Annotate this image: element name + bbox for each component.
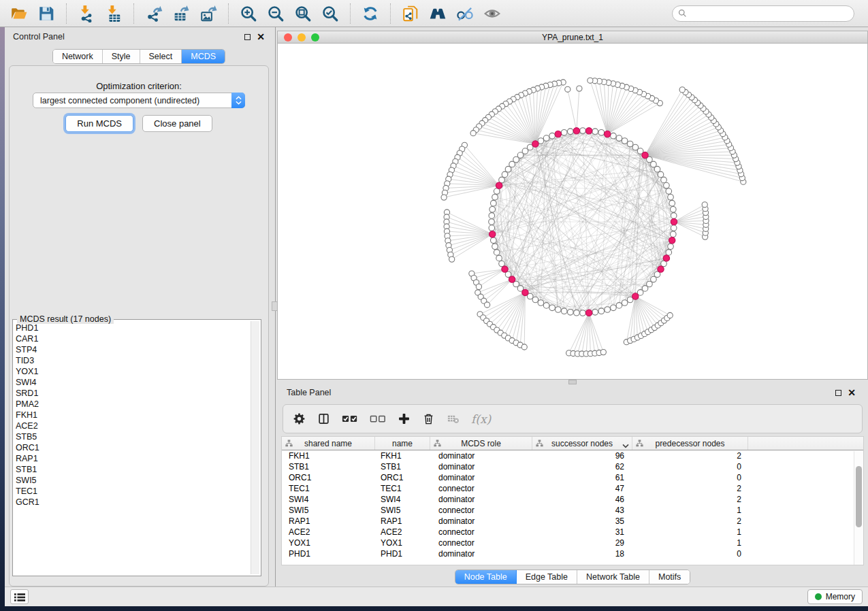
select-all-columns-icon[interactable]	[342, 412, 358, 425]
show-hide-details-icon[interactable]	[482, 3, 502, 24]
ring-node[interactable]	[494, 188, 500, 195]
zoom-fit-content-icon[interactable]	[293, 3, 313, 24]
ring-node[interactable]	[489, 225, 495, 231]
ring-node[interactable]	[505, 166, 511, 172]
ring-node[interactable]	[671, 207, 677, 213]
ring-node[interactable]	[489, 207, 496, 213]
leaf-node[interactable]	[470, 131, 476, 136]
mcds-hub-node[interactable]	[585, 310, 592, 316]
ring-node[interactable]	[568, 129, 574, 135]
ring-node[interactable]	[592, 310, 598, 316]
ring-node[interactable]	[496, 255, 502, 261]
run-mcds-button[interactable]: Run MCDS	[65, 115, 133, 132]
ring-node[interactable]	[502, 171, 508, 178]
tab-network[interactable]: Network	[53, 50, 103, 63]
ring-node[interactable]	[651, 276, 657, 282]
mcds-hub-node[interactable]	[671, 218, 677, 225]
ring-node[interactable]	[671, 225, 677, 231]
network-graph-canvas[interactable]	[278, 44, 867, 379]
import-table-from-file-icon[interactable]	[103, 3, 124, 24]
mcds-list-scrollbar[interactable]	[251, 321, 259, 574]
table-settings-icon[interactable]	[293, 412, 306, 425]
ring-node[interactable]	[632, 144, 639, 150]
mcds-result-item[interactable]: FKH1	[16, 410, 250, 420]
ring-node[interactable]	[522, 148, 528, 154]
mcds-result-item[interactable]: GCR1	[16, 497, 250, 508]
column-header-name[interactable]: name	[375, 437, 430, 450]
delete-columns-icon[interactable]	[422, 412, 435, 425]
mcds-result-item[interactable]: SWI4	[16, 377, 250, 388]
ring-node[interactable]	[509, 161, 515, 167]
ring-node[interactable]	[671, 231, 677, 237]
mcds-result-item[interactable]: SWI5	[16, 475, 250, 486]
mcds-hub-node[interactable]	[502, 266, 508, 272]
ring-node[interactable]	[532, 297, 539, 303]
toggle-graphics-details-icon[interactable]	[455, 3, 475, 24]
ring-node[interactable]	[543, 303, 549, 309]
ring-node[interactable]	[598, 308, 605, 314]
float-panel-icon[interactable]	[244, 34, 251, 40]
ring-node[interactable]	[668, 195, 674, 201]
ring-node[interactable]	[611, 305, 617, 311]
ring-node[interactable]	[668, 244, 674, 250]
tab-select[interactable]: Select	[140, 50, 182, 63]
ring-node[interactable]	[616, 135, 622, 142]
leaf-node[interactable]	[702, 202, 707, 208]
ring-node[interactable]	[666, 250, 672, 256]
leaf-node[interactable]	[600, 350, 606, 355]
ring-node[interactable]	[574, 310, 580, 316]
ring-node[interactable]	[671, 213, 677, 219]
ring-node[interactable]	[627, 141, 633, 147]
ring-node[interactable]	[669, 200, 675, 206]
table-row[interactable]: ORC1ORC1dominator610	[282, 472, 863, 483]
find-network-icon[interactable]	[428, 3, 448, 24]
mcds-result-item[interactable]: STP4	[16, 344, 250, 355]
tab-edge-table[interactable]: Edge Table	[517, 570, 577, 584]
mcds-hub-node[interactable]	[555, 131, 561, 137]
leaf-node[interactable]	[476, 284, 481, 289]
leaf-node[interactable]	[667, 312, 673, 318]
mcds-result-item[interactable]: RAP1	[16, 453, 250, 464]
leaf-node[interactable]	[679, 87, 685, 93]
mcds-hub-node[interactable]	[532, 141, 539, 147]
table-row[interactable]: FKH1FKH1dominator962	[282, 450, 863, 461]
mcds-result-item[interactable]: PHD1	[16, 323, 250, 333]
mcds-result-item[interactable]: TEC1	[16, 486, 250, 497]
table-scrollbar[interactable]	[854, 451, 863, 565]
table-row[interactable]: YOX1YOX1connector291	[282, 538, 863, 548]
leaf-node[interactable]	[441, 195, 447, 200]
ring-node[interactable]	[494, 250, 500, 256]
create-column-icon[interactable]	[398, 412, 411, 425]
table-row[interactable]: RAP1RAP1dominator352	[282, 516, 863, 527]
table-row[interactable]: ACE2ACE2connector311	[282, 527, 863, 538]
zoom-out-icon[interactable]	[266, 3, 286, 24]
ring-node[interactable]	[491, 200, 497, 206]
close-panel-icon[interactable]: ✕	[257, 33, 265, 40]
open-file-icon[interactable]	[9, 3, 29, 24]
column-header-MCDS-role[interactable]: MCDS role	[430, 437, 532, 450]
table-row[interactable]: SWI4SWI4dominator462	[282, 494, 863, 505]
ring-node[interactable]	[647, 281, 653, 287]
export-image-icon[interactable]	[198, 3, 219, 24]
column-header-predecessor-nodes[interactable]: predecessor nodes	[632, 437, 748, 450]
ring-node[interactable]	[549, 305, 556, 311]
leaf-node[interactable]	[449, 257, 455, 262]
new-network-from-selection-icon[interactable]	[400, 3, 421, 24]
export-network-icon[interactable]	[144, 3, 164, 24]
zoom-in-icon[interactable]	[238, 3, 259, 24]
mcds-result-item[interactable]: CAR1	[16, 333, 250, 344]
ring-node[interactable]	[580, 310, 586, 316]
ring-node[interactable]	[611, 133, 617, 139]
mcds-hub-node[interactable]	[509, 276, 515, 282]
mcds-result-item[interactable]: STB5	[16, 431, 250, 442]
import-network-from-file-icon[interactable]	[76, 3, 97, 24]
ring-node[interactable]	[580, 128, 586, 134]
mcds-result-item[interactable]: YOX1	[16, 366, 250, 377]
ring-node[interactable]	[492, 244, 498, 250]
tab-mcds[interactable]: MCDS	[182, 50, 225, 63]
mcds-result-list[interactable]: PHD1CAR1STP4TID3YOX1SWI4SRD1PMA2FKH1ACE2…	[16, 323, 250, 574]
tab-network-table[interactable]: Network Table	[577, 570, 649, 584]
search-box[interactable]	[672, 5, 854, 22]
toggle-column-view-icon[interactable]	[317, 412, 330, 425]
ring-node[interactable]	[549, 133, 556, 139]
